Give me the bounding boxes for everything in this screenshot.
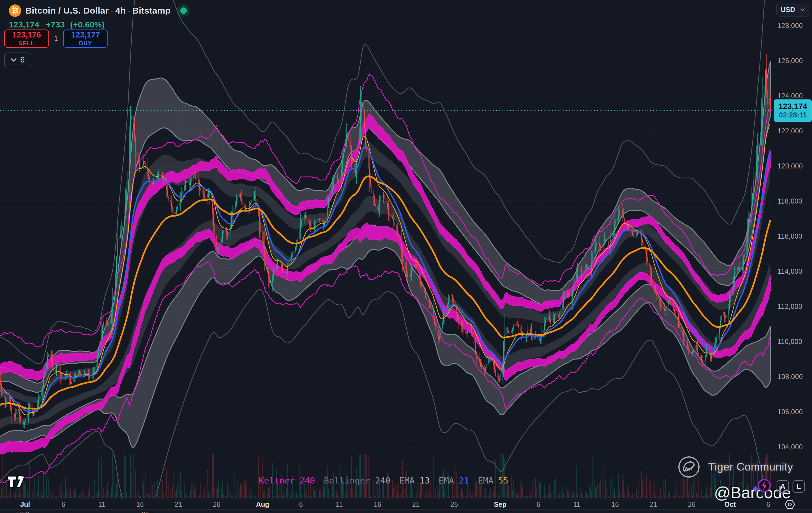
bar-countdown: 02:28:11: [779, 111, 807, 119]
price-tick-label: 104,000: [778, 443, 803, 451]
last-price: 123,174: [9, 20, 39, 29]
time-tick-label: 26: [680, 501, 703, 509]
time-tick-label: Jul: [13, 501, 37, 509]
time-tick-label: 21: [404, 501, 428, 509]
time-tick-label: Sep: [488, 501, 512, 509]
legend-item-keltner-240[interactable]: Keltner240: [259, 476, 315, 486]
time-tick-label: 11: [565, 501, 589, 509]
price-tick-label: 106,000: [778, 408, 803, 416]
bottom-toolbar-cut: UTC 30m: [0, 509, 812, 513]
last-price-row: 123,174 +733 (+0.60%): [9, 20, 190, 30]
chevron-down-icon: [800, 8, 805, 11]
price-tick-label: 122,000: [778, 127, 803, 135]
time-tick-label: 16: [603, 501, 627, 509]
trade-buttons: 123,176 SELL 1 123,177 BUY: [4, 30, 108, 48]
price-tick-label: 110,000: [778, 338, 802, 346]
time-tick-label: 6: [289, 501, 313, 509]
time-tick-label: 6: [52, 501, 75, 509]
hotkey-a-button[interactable]: A: [777, 480, 789, 493]
price-tick-label: 124,000: [778, 92, 803, 100]
currency-dropdown[interactable]: USD: [776, 3, 809, 17]
legend-item-ema-21[interactable]: EMA21: [438, 476, 469, 486]
price-tick-label: 128,000: [778, 22, 803, 30]
sell-price: 123,176: [12, 31, 41, 39]
time-tick-label: 6: [757, 501, 780, 509]
interval-label: 4h: [115, 6, 126, 16]
object-tree-collapse-button[interactable]: 6: [4, 53, 31, 67]
indicator-legend[interactable]: Keltner240Bollinger240EMA13EMA21EMA55: [259, 476, 517, 486]
tradingview-chart-app: ₿ Bitcoin / U.S. Dollar·4h·Bitstamp 123,…: [0, 0, 812, 513]
tradingview-logo[interactable]: [6, 474, 27, 490]
buy-price: 123,177: [71, 31, 100, 39]
sell-button[interactable]: 123,176 SELL: [4, 30, 49, 48]
time-tick-label: Oct: [718, 501, 742, 509]
symbol-name: Bitcoin / U.S. Dollar: [25, 6, 109, 16]
time-tick-label: 11: [327, 501, 351, 509]
price-tick-label: 120,000: [778, 162, 803, 170]
bollinger-cloud-down: [0, 225, 771, 454]
price-tick-label: 116,000: [778, 233, 802, 240]
legend-item-ema-13[interactable]: EMA13: [399, 476, 430, 486]
legend-item-bollinger-240[interactable]: Bollinger240: [324, 476, 390, 486]
bitcoin-icon: ₿: [9, 4, 21, 17]
price-axis[interactable]: USD 128,000126,000124,000122,000120,0001…: [773, 0, 812, 509]
chart-canvas[interactable]: [0, 0, 773, 498]
time-tick-label: 16: [128, 501, 152, 509]
time-tick-label: 21: [167, 501, 190, 509]
time-tick-label: 26: [442, 501, 466, 509]
time-tick-label: 16: [366, 501, 389, 509]
collapse-count: 6: [20, 56, 25, 65]
price-tick-label: 126,000: [778, 57, 803, 65]
market-status-icon: [177, 4, 190, 17]
last-price-tag: 123,174 02:28:11: [774, 99, 812, 122]
symbol-title[interactable]: Bitcoin / U.S. Dollar·4h·Bitstamp: [25, 6, 171, 16]
buy-button[interactable]: 123,177 BUY: [63, 30, 108, 48]
time-axis[interactable]: Jul611162126Aug611162126Sep611162126Oct6: [0, 499, 812, 509]
chevron-down-icon: [11, 58, 17, 62]
symbol-header: ₿ Bitcoin / U.S. Dollar·4h·Bitstamp 123,…: [9, 4, 190, 30]
spread-value: 1: [49, 35, 63, 43]
timezone-settings-icon[interactable]: [784, 500, 796, 509]
exchange-label: Bitstamp: [132, 6, 171, 16]
time-tick-label: 11: [90, 501, 114, 509]
time-tick-label: 21: [642, 501, 665, 509]
time-tick-label: 6: [527, 501, 550, 509]
legend-item-ema-55[interactable]: EMA55: [478, 476, 509, 486]
price-tick-label: 118,000: [778, 198, 802, 205]
price-change: +733: [46, 20, 65, 29]
time-tick-label: Aug: [251, 501, 274, 509]
time-tick-label: 26: [205, 501, 228, 509]
price-tick-label: 114,000: [778, 268, 802, 275]
price-tick-label: 108,000: [778, 373, 803, 381]
price-tick-label: 112,000: [778, 303, 802, 311]
price-change-pct: (+0.60%): [70, 20, 105, 29]
hotkey-l-button[interactable]: L: [792, 480, 805, 493]
